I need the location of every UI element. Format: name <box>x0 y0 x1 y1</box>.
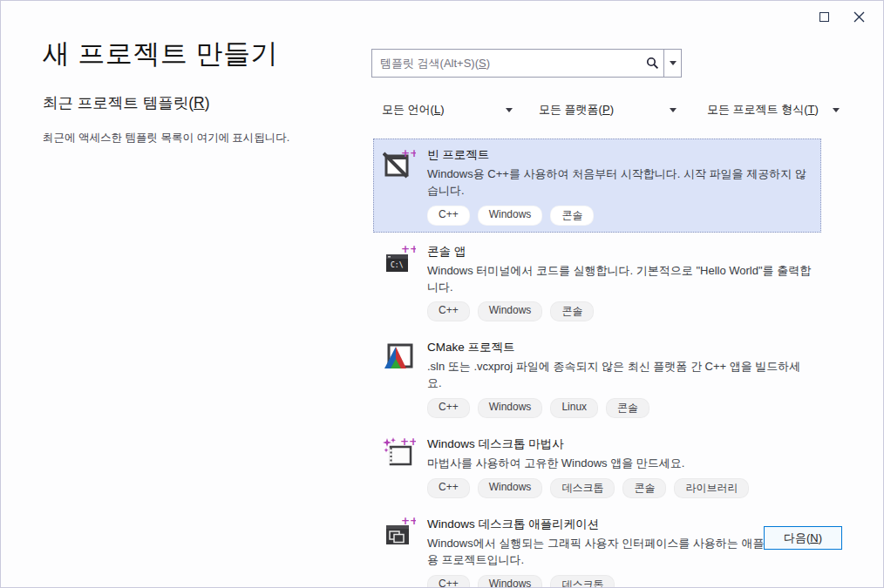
filter-platform-label: 모든 플랫폼(P) <box>539 102 614 118</box>
template-tag: 라이브러리 <box>674 478 749 498</box>
search-input[interactable]: 템플릿 검색(Alt+S)(S) <box>371 49 682 78</box>
search-icon <box>646 57 659 70</box>
template-item[interactable]: ++ 빈 프로젝트 Windows용 C++를 사용하여 처음부터 시작합니다.… <box>373 139 821 233</box>
svg-text:++: ++ <box>401 147 416 159</box>
maximize-icon <box>819 12 829 22</box>
template-title: Windows 데스크톱 마법사 <box>427 436 812 452</box>
cmake-icon <box>383 340 416 373</box>
template-item[interactable]: CMake 프로젝트 .sln 또는 .vcxproj 파일에 종속되지 않은 … <box>373 331 821 425</box>
close-button[interactable] <box>841 4 876 29</box>
template-item[interactable]: ++ Windows 데스크톱 애플리케이션 Windows에서 실행되는 그래… <box>373 508 821 588</box>
template-item[interactable]: ++ Windows 데스크톱 마법사 마법사를 사용하여 고유한 Window… <box>373 428 821 505</box>
template-tags: C++Windows콘솔 <box>427 206 812 226</box>
template-tag: C++ <box>427 206 470 226</box>
desktop-app-icon: ++ <box>383 517 416 550</box>
filter-projecttype-dropdown[interactable]: 모든 프로젝트 형식(T) <box>707 99 840 120</box>
search-dropdown-button[interactable] <box>664 61 681 65</box>
template-title: 빈 프로젝트 <box>427 147 812 163</box>
empty-project-icon: ++ <box>383 147 416 180</box>
template-tag: C++ <box>427 301 470 321</box>
template-tag: Windows <box>478 398 543 418</box>
template-description: 마법사를 사용하여 고유한 Windows 앱을 만드세요. <box>427 456 812 472</box>
template-item[interactable]: C:\++ 콘솔 앱 Windows 터미널에서 코드를 실행합니다. 기본적으… <box>373 235 821 329</box>
template-tags: C++Windows콘솔 <box>427 301 812 321</box>
search-dropdown-caret-icon <box>670 61 677 65</box>
close-icon <box>853 11 865 23</box>
svg-text:++: ++ <box>401 244 416 255</box>
template-tag: 콘솔 <box>622 478 666 498</box>
chevron-down-icon <box>833 108 840 112</box>
template-tag: C++ <box>427 478 470 498</box>
create-new-project-dialog: { "window": { "heading": "새 프로젝트 만들기" },… <box>0 0 884 588</box>
template-tags: C++WindowsLinux콘솔 <box>427 398 812 418</box>
template-title: 콘솔 앱 <box>427 244 812 260</box>
template-description: Windows용 C++를 사용하여 처음부터 시작합니다. 시작 파일을 제공… <box>427 166 812 199</box>
svg-text:++: ++ <box>401 517 416 527</box>
template-tag: C++ <box>427 575 470 588</box>
filter-language-label: 모든 언어(L) <box>382 102 445 118</box>
filter-platform-dropdown[interactable]: 모든 플랫폼(P) <box>539 99 677 120</box>
filter-language-dropdown[interactable]: 모든 언어(L) <box>382 99 513 120</box>
svg-text:C:\: C:\ <box>391 261 404 269</box>
template-description: .sln 또는 .vcxproj 파일에 종속되지 않은 최신 플랫폼 간 C+… <box>427 359 812 392</box>
filter-projecttype-label: 모든 프로젝트 형식(T) <box>707 102 819 118</box>
chevron-down-icon <box>506 108 513 112</box>
next-button[interactable]: 다음(N) <box>764 526 842 550</box>
recent-templates-label: 최근 프로젝트 템플릿(R) <box>43 92 210 113</box>
template-tag: Windows <box>478 478 543 498</box>
template-tag: 데스크톱 <box>550 478 615 498</box>
template-tag: C++ <box>427 398 470 418</box>
desktop-wizard-icon: ++ <box>383 436 416 470</box>
template-tag: Windows <box>478 301 543 321</box>
template-tag: 데스크톱 <box>550 575 615 588</box>
template-tag: Windows <box>478 206 543 226</box>
window-controls <box>806 4 876 29</box>
next-button-label: 다음(N) <box>784 531 822 546</box>
template-tags: C++Windows데스크톱 <box>427 575 812 588</box>
template-list: ++ 빈 프로젝트 Windows용 C++를 사용하여 처음부터 시작합니다.… <box>373 139 821 588</box>
template-description: Windows 터미널에서 코드를 실행합니다. 기본적으로 "Hello Wo… <box>427 263 812 296</box>
template-tag: Linux <box>550 398 598 418</box>
template-title: Windows 데스크톱 애플리케이션 <box>427 517 812 532</box>
maximize-button[interactable] <box>806 4 841 29</box>
console-app-icon: C:\++ <box>383 244 416 277</box>
template-title: CMake 프로젝트 <box>427 340 812 355</box>
template-tag: 콘솔 <box>606 398 649 418</box>
chevron-down-icon <box>670 108 677 112</box>
recent-templates-empty-text: 최근에 액세스한 템플릿 목록이 여기에 표시됩니다. <box>43 131 289 145</box>
template-tag: 콘솔 <box>550 301 594 321</box>
svg-text:++: ++ <box>400 436 416 448</box>
search-placeholder: 템플릿 검색(Alt+S)(S) <box>380 56 641 71</box>
template-tag: 콘솔 <box>550 206 594 226</box>
template-tags: C++Windows데스크톱콘솔라이브러리 <box>427 478 812 498</box>
page-title: 새 프로젝트 만들기 <box>43 36 278 72</box>
template-tag: Windows <box>478 575 543 588</box>
template-description: Windows에서 실행되는 그래픽 사용자 인터페이스를 사용하는 애플리케이… <box>427 536 812 569</box>
